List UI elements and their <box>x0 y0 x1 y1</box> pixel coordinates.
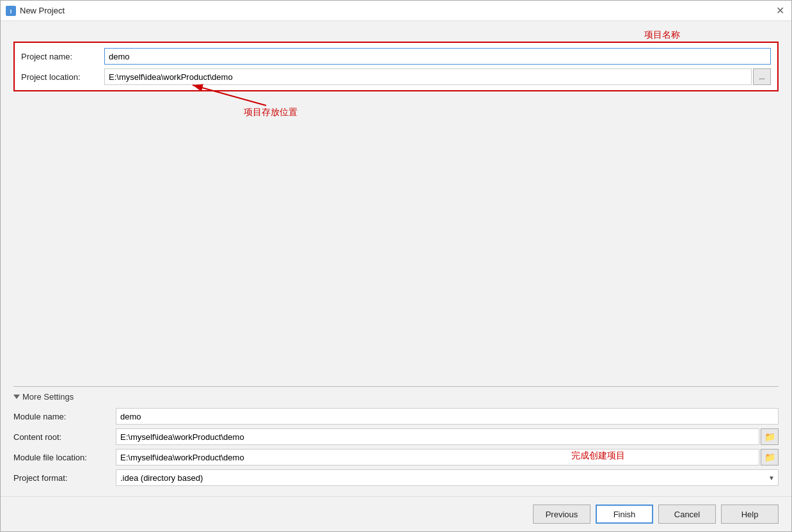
folder-icon-2: 📁 <box>764 452 775 462</box>
annotation-finish-text: 完成创建项目 <box>571 450 625 462</box>
content-root-row: Content root: 📁 <box>13 428 779 445</box>
annotation-name-text: 项目名称 <box>644 30 680 40</box>
project-format-wrapper: .idea (directory based) ▼ <box>116 469 779 486</box>
module-name-row: Module name: <box>13 408 779 425</box>
previous-button[interactable]: Previous <box>533 505 590 524</box>
finish-button[interactable]: Finish <box>596 505 653 524</box>
svg-text:I: I <box>10 8 12 15</box>
close-button[interactable]: ✕ <box>773 4 786 17</box>
project-format-label: Project format: <box>13 473 116 483</box>
project-form-section: Project name: Project location: ... <box>13 42 779 91</box>
content-root-label: Content root: <box>13 432 116 442</box>
browse-button[interactable]: ... <box>753 68 771 85</box>
app-icon: I <box>6 6 16 16</box>
expand-triangle-icon <box>13 395 20 399</box>
title-bar: I New Project ✕ <box>1 1 791 21</box>
window-title: New Project <box>20 6 770 15</box>
middle-space <box>13 91 779 386</box>
more-settings-section: More Settings Module name: Content root:… <box>13 386 779 490</box>
module-file-location-input[interactable] <box>116 449 759 465</box>
help-button[interactable]: Help <box>721 505 779 524</box>
content-root-browse-button[interactable]: 📁 <box>761 428 779 445</box>
project-format-row: Project format: .idea (directory based) … <box>13 469 779 486</box>
project-name-input[interactable] <box>104 48 771 65</box>
project-location-label: Project location: <box>21 72 104 82</box>
module-file-location-row: Module file location: 📁 完成创建项目 <box>13 449 779 465</box>
folder-icon: 📁 <box>764 432 775 442</box>
module-name-input[interactable] <box>116 408 779 425</box>
dialog-content: 项目名称 Project name: Proj <box>1 21 791 496</box>
cancel-button[interactable]: Cancel <box>658 505 716 524</box>
content-root-input[interactable] <box>116 428 759 445</box>
module-file-location-label: Module file location: <box>13 453 116 462</box>
project-location-row: Project location: ... <box>21 68 771 85</box>
more-settings-header[interactable]: More Settings <box>13 392 779 402</box>
project-location-input[interactable] <box>104 68 752 85</box>
project-name-row: Project name: <box>21 48 771 65</box>
module-name-label: Module name: <box>13 412 116 421</box>
project-format-select[interactable]: .idea (directory based) <box>116 469 779 486</box>
dialog-window: I New Project ✕ 项目名称 <box>0 0 792 532</box>
project-name-label: Project name: <box>21 52 104 61</box>
module-file-browse-button[interactable]: 📁 <box>761 449 779 465</box>
button-bar: Previous Finish Cancel Help <box>1 496 791 531</box>
more-settings-label: More Settings <box>22 392 74 402</box>
